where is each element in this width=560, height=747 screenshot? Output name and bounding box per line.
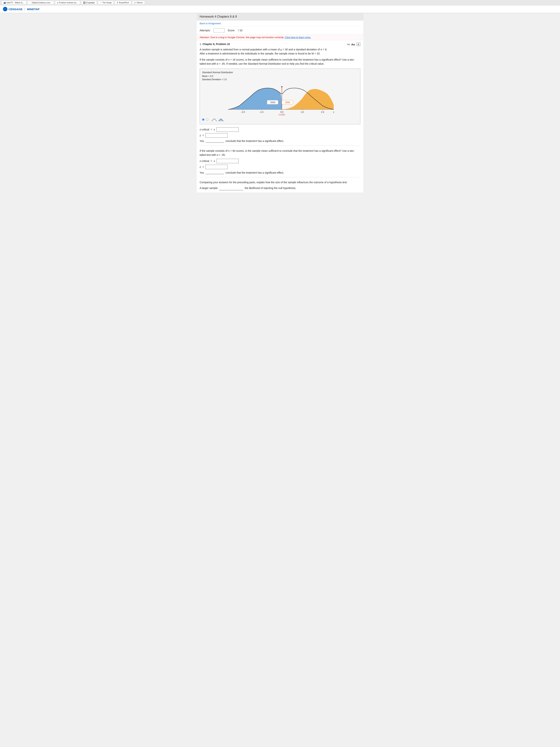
zcritical1-equals: =	[211, 128, 212, 131]
problem-title: 1. Chapter 8, Problem 10	[199, 43, 230, 46]
yahoo-favicon: y!	[134, 2, 136, 4]
problem-question2: If the sample consists of n = 64 scores,…	[199, 149, 361, 157]
back-link-container: Back to Assignment	[197, 20, 363, 26]
problem-header: 1. Chapter 8, Problem 10 Aa Aa 🖨	[199, 43, 361, 46]
bell-curve-svg: .5000 .5000 -2.0 -1.0 0.0 0.0000 1.0 2.0…	[202, 83, 358, 116]
cengage-logo: CENGAGE | MINDTAP	[3, 7, 39, 11]
back-to-assignment-link[interactable]: Back to Assignment	[199, 22, 221, 25]
engadget-favicon: 🔲	[83, 2, 85, 4]
you1-row: You conclude that the treatment has a si…	[199, 139, 361, 143]
zcritical2-input[interactable]	[216, 159, 239, 163]
radio-outline[interactable]	[206, 119, 208, 121]
problem-section: 1. Chapter 8, Problem 10 Aa Aa 🖨 A rando…	[197, 41, 363, 192]
cengage-header: CENGAGE | MINDTAP	[0, 5, 560, 13]
chart-controls	[202, 118, 358, 122]
attempts-input[interactable]	[214, 28, 224, 32]
comparing-text: Comparing your answers for the preceding…	[199, 180, 361, 184]
zcritical1-label: z-critical	[199, 128, 209, 131]
z2-row: z =	[199, 165, 361, 169]
z1-label: z	[199, 134, 201, 137]
tab-product[interactable]: ● Product reviews an...	[55, 1, 80, 4]
zcritical1-row: z-critical = ±	[199, 127, 361, 132]
chart-title: Standard Normal Distribution	[202, 71, 358, 74]
section-divider2	[199, 177, 361, 177]
mindtap-label: MINDTAP	[27, 7, 39, 11]
problem-text-line2: After a treatment is administered to the…	[199, 52, 320, 55]
you2-label: You	[199, 171, 204, 174]
browser-tabs-bar: 📺 fuboTV - Watch &... ☆ DallasCowboys.co…	[0, 0, 560, 5]
svg-text:.5000: .5000	[270, 101, 275, 104]
section-divider1	[199, 146, 361, 146]
comparing-section: Comparing your answers for the preceding…	[199, 180, 361, 190]
larger-sample-label: A larger sample	[199, 186, 218, 190]
svg-text:.5000: .5000	[285, 101, 290, 104]
page-title: Homework 4 Chapters 8 & 9	[197, 13, 363, 20]
font-large-label[interactable]: Aa	[351, 43, 355, 46]
problem-title-text: Chapter 8, Problem 10	[203, 43, 230, 46]
font-controls: Aa Aa 🖨	[347, 43, 361, 46]
svg-marker-4	[281, 86, 283, 88]
product-favicon: ●	[57, 2, 58, 4]
svg-text:z: z	[333, 111, 334, 113]
header-divider: |	[24, 7, 25, 11]
score-label: Score:	[228, 29, 235, 32]
cengage-logo-icon	[3, 7, 7, 11]
problem-text-line1: A random sample is selected from a norma…	[199, 48, 327, 51]
z2-equals: =	[203, 165, 204, 169]
tab-dallas[interactable]: ☆ DallasCowboys.com...	[27, 1, 54, 4]
tab-anandtech[interactable]: A AnandTech	[115, 1, 131, 4]
chart-mean: Mean = 0.0	[202, 75, 358, 78]
anandtech-favicon: A	[117, 2, 118, 4]
zcritical2-pm: ±	[214, 159, 215, 162]
attempts-row: Attempts: Score: / 10	[197, 26, 363, 34]
font-small-label[interactable]: Aa	[347, 43, 350, 45]
svg-text:2.0: 2.0	[321, 111, 324, 113]
tab-engadget[interactable]: 🔲 Engadget	[81, 1, 97, 4]
tab-yahoo[interactable]: y! Yahoo!	[132, 1, 145, 4]
tab-verge[interactable]: ▽ The Verge	[98, 1, 114, 4]
verge-favicon: ▽	[100, 2, 102, 4]
you2-text: conclude that the treatment has a signif…	[225, 171, 284, 174]
svg-text:0.0: 0.0	[281, 111, 284, 113]
bell-icon-left[interactable]	[211, 118, 217, 122]
zcritical1-input[interactable]	[216, 127, 239, 132]
print-icon[interactable]: 🖨	[356, 43, 361, 46]
zcritical1-pm: ±	[214, 128, 215, 131]
tab-fubotv[interactable]: 📺 fuboTV - Watch &...	[1, 1, 26, 4]
you1-blank	[206, 139, 224, 143]
svg-text:-1.0: -1.0	[260, 111, 264, 113]
chart-svg-area: .5000 .5000 -2.0 -1.0 0.0 0.0000 1.0 2.0…	[202, 83, 358, 116]
fubotv-favicon: 📺	[3, 2, 6, 4]
bell-icons	[211, 118, 224, 122]
problem-text: A random sample is selected from a norma…	[199, 47, 361, 56]
larger-sample-text: the likelihood of rejecting the null hyp…	[245, 186, 296, 190]
main-content: Homework 4 Chapters 8 & 9 Back to Assign…	[197, 13, 363, 192]
score-value: / 10	[238, 29, 242, 32]
svg-text:-2.0: -2.0	[241, 111, 245, 113]
larger-sample-blank	[219, 186, 243, 190]
attention-link[interactable]: Click here to learn more.	[285, 36, 311, 39]
problem-question1: If the sample consists of n = 16 scores,…	[199, 58, 361, 66]
larger-sample-row: A larger sample the likelihood of reject…	[199, 186, 361, 190]
zcritical2-row: z-critical = ±	[199, 159, 361, 163]
cengage-label: CENGAGE	[8, 7, 23, 11]
attention-bar: Attention: Due to a bug in Google Chrome…	[197, 34, 363, 41]
zcritical2-equals: =	[211, 159, 212, 162]
z1-row: z =	[199, 133, 361, 138]
you2-blank	[206, 171, 224, 174]
chart-container: Standard Normal Distribution Mean = 0.0 …	[199, 69, 361, 124]
z1-equals: =	[203, 134, 204, 137]
zcritical2-label: z-critical	[199, 159, 209, 162]
attempts-label: Attempts:	[199, 29, 211, 32]
z1-input[interactable]	[205, 133, 228, 138]
z2-label: z	[199, 165, 201, 169]
attention-text: Attention: Due to a bug in Google Chrome…	[199, 36, 284, 39]
z2-input[interactable]	[205, 165, 228, 169]
chart-stats: Mean = 0.0 Standard Deviation = 1.0	[202, 75, 358, 81]
radio-group	[202, 119, 208, 121]
radio-filled[interactable]	[202, 119, 205, 121]
you2-row: You conclude that the treatment has a si…	[199, 171, 361, 174]
bell-icon-right[interactable]	[218, 118, 224, 122]
star-icon: ☆	[29, 2, 31, 4]
you1-label: You	[199, 139, 204, 143]
